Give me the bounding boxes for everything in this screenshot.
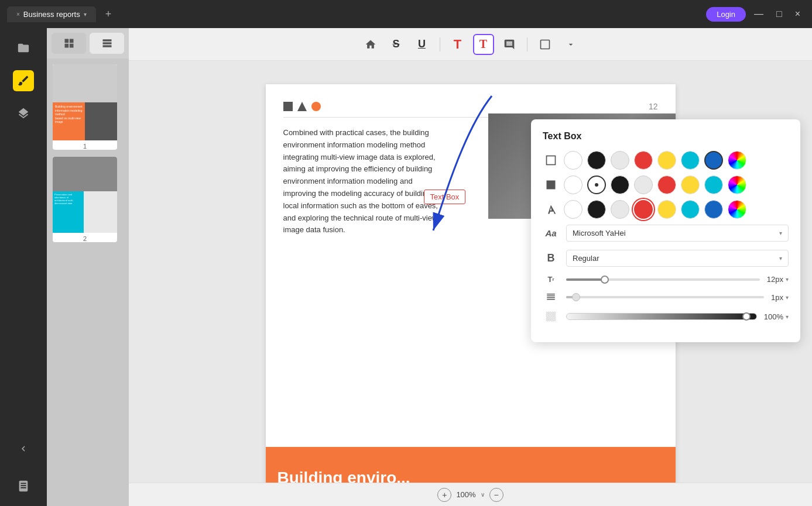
- line-height-slider[interactable]: [566, 296, 764, 298]
- font-size-value[interactable]: 12px ▾: [767, 275, 789, 284]
- bold-label: B: [543, 252, 559, 264]
- text-box-panel: Text Box: [531, 119, 800, 342]
- color-white-2[interactable]: [634, 175, 653, 194]
- maximize-button[interactable]: □: [772, 9, 787, 19]
- font-size-slider[interactable]: [566, 278, 760, 281]
- thumbnail-page-1[interactable]: Building environmentinformation modeling…: [53, 64, 117, 150]
- zoom-bar: + 100% ∨ −: [129, 483, 812, 506]
- color-rainbow-1[interactable]: [728, 151, 746, 170]
- add-tab-button[interactable]: +: [102, 8, 115, 20]
- window-actions: Login — □ ×: [706, 7, 805, 22]
- login-button[interactable]: Login: [706, 7, 746, 22]
- text-box-panel-title: Text Box: [543, 131, 789, 142]
- doc-bottom-title: Building enviro...info...based on multi-: [277, 467, 410, 483]
- color-transparent-1[interactable]: [564, 151, 583, 170]
- color-white-3[interactable]: [611, 200, 629, 219]
- opacity-slider[interactable]: [566, 313, 757, 320]
- opacity-value[interactable]: 100% ▾: [764, 312, 789, 321]
- color-yellow-1[interactable]: [657, 151, 676, 170]
- thumbnail-page-2[interactable]: Preservation and inheritance of architec…: [53, 157, 117, 242]
- color-teal-2[interactable]: [704, 175, 723, 194]
- line-height-icon: [543, 292, 559, 302]
- page-number-2: 2: [53, 235, 117, 242]
- home-button[interactable]: [360, 34, 381, 55]
- color-blue-3[interactable]: [704, 200, 723, 219]
- font-size-icon: Tr: [543, 275, 559, 284]
- fill-icon: [543, 177, 559, 193]
- opacity-icon: [543, 311, 559, 322]
- close-window-button[interactable]: ×: [790, 9, 805, 19]
- font-family-row: Aa Microsoft YaHei ▾: [543, 225, 789, 242]
- font-label: Aa: [543, 228, 559, 238]
- font-family-arrow: ▾: [779, 230, 782, 236]
- svg-rect-2: [547, 156, 556, 165]
- text-box-inline-label[interactable]: Text Box: [424, 190, 466, 204]
- zoom-dropdown-arrow[interactable]: ∨: [481, 491, 485, 498]
- color-red-2[interactable]: [657, 175, 676, 194]
- line-height-slider-container: [566, 296, 764, 298]
- color-transparent-2[interactable]: [564, 175, 583, 194]
- doc-body-text: Combined with practical cases, the build…: [283, 127, 447, 236]
- tab-close-icon[interactable]: ×: [16, 11, 20, 18]
- tab-title: Business reports: [23, 10, 80, 19]
- color-rainbow-2[interactable]: [728, 175, 746, 194]
- color-red-1[interactable]: [634, 151, 653, 170]
- page-number-1: 1: [53, 143, 117, 150]
- text-color-icon: [543, 201, 559, 218]
- sidebar-item-layers[interactable]: [13, 103, 34, 124]
- zoom-in-button[interactable]: +: [437, 488, 451, 502]
- minimize-button[interactable]: —: [749, 9, 768, 19]
- font-family-value: Microsoft YaHei: [573, 229, 626, 237]
- text-button[interactable]: T: [447, 34, 468, 55]
- thumbnail-list: Building environmentinformation modeling…: [47, 58, 123, 248]
- active-tab[interactable]: × Business reports ▾: [7, 6, 96, 22]
- text-box-button[interactable]: T: [473, 34, 494, 55]
- color-yellow-3[interactable]: [657, 200, 676, 219]
- zoom-out-button[interactable]: −: [489, 488, 503, 502]
- color-black-3[interactable]: [587, 200, 606, 219]
- color-yellow-2[interactable]: [681, 175, 700, 194]
- toolbar-divider-2: [527, 37, 527, 51]
- color-teal-1[interactable]: [681, 151, 700, 170]
- document-container: 12 Combined with practical cases, the bu…: [129, 61, 812, 483]
- list-view-button[interactable]: [90, 33, 124, 54]
- zoom-level: 100%: [456, 490, 475, 499]
- sidebar-item-collapse[interactable]: [13, 438, 34, 459]
- svg-rect-3: [547, 181, 556, 190]
- svg-rect-4: [546, 312, 556, 322]
- left-panel: Building environmentinformation modeling…: [47, 28, 129, 506]
- color-black-2[interactable]: [611, 175, 629, 194]
- underline-button[interactable]: U: [412, 34, 433, 55]
- sidebar-item-paint[interactable]: [13, 70, 34, 91]
- color-black-1[interactable]: [587, 151, 606, 170]
- fill-color-row: [543, 175, 789, 194]
- font-weight-row: B Regular ▾: [543, 250, 789, 267]
- comment-button[interactable]: [499, 34, 520, 55]
- color-circle-border[interactable]: [587, 175, 606, 194]
- color-blue-1[interactable]: [704, 151, 723, 170]
- color-teal-3[interactable]: [681, 200, 700, 219]
- border-icon: [543, 152, 559, 168]
- color-transparent-3[interactable]: [564, 200, 583, 219]
- font-weight-select[interactable]: Regular ▾: [566, 250, 789, 267]
- view-mode-buttons: [47, 28, 129, 58]
- text-color-row: [543, 200, 789, 219]
- font-size-slider-container: [566, 278, 760, 281]
- strikethrough-button[interactable]: S: [386, 34, 407, 55]
- more-tools-button[interactable]: [560, 34, 581, 55]
- line-height-value[interactable]: 1px ▾: [771, 293, 789, 302]
- color-rainbow-3[interactable]: [728, 200, 746, 219]
- color-red-3[interactable]: [634, 200, 653, 219]
- page-number: 12: [649, 102, 658, 111]
- border-color-row: [543, 151, 789, 170]
- shape-button[interactable]: [535, 34, 556, 55]
- color-white-1[interactable]: [611, 151, 629, 170]
- sidebar-item-folder[interactable]: [13, 37, 34, 58]
- sidebar-item-book[interactable]: [13, 476, 34, 497]
- font-family-select[interactable]: Microsoft YaHei ▾: [566, 225, 789, 242]
- thumbnail-view-button[interactable]: [52, 33, 86, 54]
- left-sidebar: [0, 28, 47, 506]
- tab-dropdown-icon[interactable]: ▾: [84, 11, 87, 18]
- font-weight-arrow: ▾: [779, 255, 782, 261]
- font-size-row: Tr 12px ▾: [543, 275, 789, 284]
